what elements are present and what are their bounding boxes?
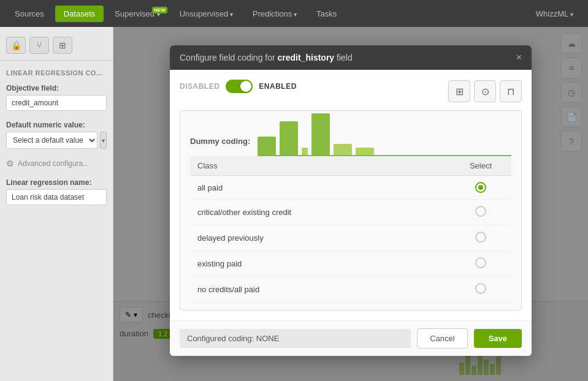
toggle-switch[interactable] [226,80,253,93]
table-cell-radio[interactable] [450,176,511,200]
table-cell-radio[interactable] [450,225,511,251]
objective-label: Objective field: [0,79,113,95]
table-row: existing paid [190,251,511,277]
modal-close-button[interactable]: × [516,53,522,62]
toggle-disabled-label: DISABLED [180,82,220,91]
content-area: ☁ ≡ ◷ 📄 ? create linear regression ✎ ▾ c… [113,27,588,381]
modal-title-prefix: Configure field coding for [180,53,278,62]
coding-table: Class Select all paidcritical/other exis… [190,156,511,303]
chart-baseline [258,155,511,156]
modal-backdrop: Configure field coding for credit_histor… [113,27,588,381]
table-row: delayed previously [190,225,511,251]
advanced-label: Advanced configura... [18,159,89,168]
d-bar-3 [302,148,308,155]
d-bar-1 [258,137,276,155]
radio-circle[interactable] [475,283,486,294]
table-cell-radio[interactable] [450,251,511,277]
table-cell-label: all paid [190,176,450,200]
modal-body: DISABLED ENABLED ⊞ ⊙ ⊓ [170,70,532,320]
d-bar-5 [334,144,352,155]
table-cell-label: no credits/all paid [190,277,450,303]
radio-circle[interactable] [475,257,486,268]
table-cell-radio[interactable] [450,200,511,225]
modal-icon-btn-1[interactable]: ⊞ [448,80,470,102]
table-header-row: Class Select [190,156,511,176]
toggle-row: DISABLED ENABLED [180,80,297,93]
numeric-select[interactable]: Select a default value [6,132,97,149]
add-icon[interactable]: ⊞ [53,37,72,54]
modal-title: Configure field coding for credit_histor… [180,53,353,62]
coding-status: Configured coding: NONE [180,329,411,348]
sidebar: 🔒 ⑂ ⊞ LINEAR REGRESSION CO... Objective … [0,27,113,381]
cancel-button[interactable]: Cancel [417,328,467,349]
d-bar-6 [356,148,374,155]
table-cell-label: existing paid [190,251,450,277]
lr-name-input[interactable] [6,189,107,205]
gear-icon: ⚙ [6,159,14,168]
objective-input[interactable] [6,95,107,111]
modal-footer: Configured coding: NONE Cancel Save [170,320,532,356]
numeric-select-btn[interactable]: ▾ [100,132,107,149]
modal-controls: DISABLED ENABLED ⊞ ⊙ ⊓ [180,80,522,103]
modal: Configure field coding for credit_histor… [170,45,532,356]
save-button[interactable]: Save [474,329,522,348]
radio-circle[interactable] [475,232,486,243]
nav-predictions[interactable]: Predictions [244,6,305,22]
sidebar-icon-row: 🔒 ⑂ ⊞ [0,33,113,61]
table-cell-label: delayed previously [190,225,450,251]
branch-icon[interactable]: ⑂ [29,37,49,54]
numeric-select-row: Select a default value ▾ [6,132,107,149]
dummy-chart [258,118,511,155]
col-class-header: Class [190,156,450,176]
modal-title-suffix: field [334,53,353,62]
numeric-label: Default numeric value: [0,116,113,132]
radio-circle[interactable] [475,206,486,217]
lr-name-label: Linear regression name: [0,173,113,189]
nav-supervised[interactable]: Supervised NEW [106,6,169,22]
toggle-knob [240,81,251,92]
new-badge: NEW [152,7,167,13]
modal-header: Configure field coding for credit_histor… [170,45,532,70]
col-select-header: Select [450,156,511,176]
d-bar-4 [311,113,330,155]
modal-field-name: credit_history [278,53,335,62]
d-bar-2 [280,121,298,155]
table-cell-label: critical/other existing credit [190,200,450,225]
nav-unsupervised[interactable]: Unsupervised [171,6,242,22]
nav-tasks[interactable]: Tasks [308,6,345,22]
nav-sources[interactable]: Sources [6,6,53,22]
nav-user[interactable]: WhizzML [527,6,582,22]
top-nav: Sources Datasets Supervised NEW Unsuperv… [0,0,588,27]
table-row: no credits/all paid [190,277,511,303]
modal-icon-row: ⊞ ⊙ ⊓ [448,80,522,102]
advanced-row[interactable]: ⚙ Advanced configura... [0,154,113,173]
toggle-enabled-label: ENABLED [259,82,297,91]
chart-area: Dummy coding: [180,110,522,311]
radio-circle[interactable] [475,182,486,193]
main-area: 🔒 ⑂ ⊞ LINEAR REGRESSION CO... Objective … [0,27,588,381]
table-cell-radio[interactable] [450,277,511,303]
section-title: LINEAR REGRESSION CO... [0,67,113,79]
table-row: all paid [190,176,511,200]
lock-icon[interactable]: 🔒 [6,37,26,54]
chart-label: Dummy coding: [190,118,258,146]
modal-icon-btn-2[interactable]: ⊙ [474,80,496,102]
modal-icon-btn-3[interactable]: ⊓ [500,80,522,102]
nav-datasets[interactable]: Datasets [55,6,104,22]
table-row: critical/other existing credit [190,200,511,225]
